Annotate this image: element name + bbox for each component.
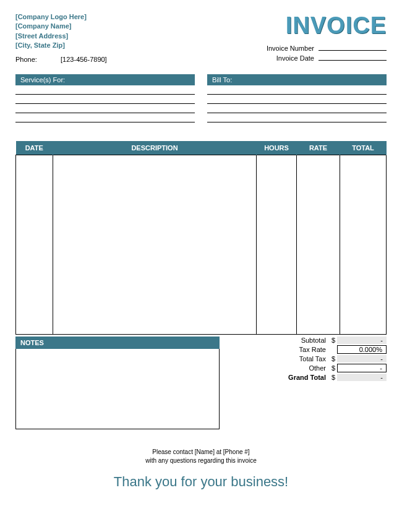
- cell-date[interactable]: [16, 155, 53, 334]
- other-value[interactable]: -: [337, 364, 387, 372]
- notes-header: NOTES: [15, 337, 220, 349]
- cell-hours[interactable]: [257, 155, 297, 334]
- currency-symbol: $: [330, 374, 337, 381]
- table-row[interactable]: [16, 155, 387, 334]
- company-street-placeholder: [Street Address]: [15, 32, 87, 41]
- services-line[interactable]: [15, 85, 195, 95]
- taxrate-value[interactable]: 0.000%: [337, 345, 387, 354]
- col-total-header: TOTAL: [340, 141, 387, 155]
- services-for-header: Service(s) For:: [15, 74, 195, 85]
- bill-to-block: Bill To:: [207, 74, 387, 122]
- notes-block: NOTES: [15, 337, 220, 429]
- company-logo-placeholder: [Company Logo Here]: [15, 12, 87, 22]
- currency-symbol: $: [330, 364, 337, 372]
- services-line[interactable]: [15, 113, 195, 122]
- other-label: Other: [232, 364, 330, 372]
- services-line[interactable]: [15, 104, 195, 113]
- totals-block: Subtotal $ - Tax Rate 0.000% Total Tax $…: [232, 337, 387, 429]
- subtotal-label: Subtotal: [232, 337, 330, 344]
- phone-value: [123-456-7890]: [61, 56, 107, 63]
- footer-contact: Please contact [Name] at [Phone #] with …: [15, 448, 387, 465]
- company-name-placeholder: [Company Name]: [15, 22, 87, 31]
- totaltax-value: -: [337, 355, 387, 363]
- totaltax-label: Total Tax: [232, 355, 330, 363]
- services-line[interactable]: [15, 95, 195, 104]
- company-info-block: [Company Logo Here] [Company Name] [Stre…: [15, 12, 87, 51]
- grandtotal-value: -: [337, 374, 387, 381]
- taxrate-label: Tax Rate: [232, 346, 330, 353]
- footer-line1: Please contact [Name] at [Phone #]: [15, 448, 387, 457]
- phone-label: Phone:: [15, 56, 59, 63]
- cell-total[interactable]: [340, 155, 387, 334]
- services-for-block: Service(s) For:: [15, 74, 195, 122]
- invoice-number-field[interactable]: [319, 50, 387, 51]
- billto-line[interactable]: [207, 85, 387, 95]
- billto-line[interactable]: [207, 113, 387, 122]
- invoice-date-label: Invoice Date: [276, 54, 314, 62]
- notes-body[interactable]: [15, 349, 220, 429]
- bill-to-header: Bill To:: [207, 74, 387, 85]
- grandtotal-label: Grand Total: [232, 374, 330, 381]
- billto-line[interactable]: [207, 95, 387, 104]
- col-hours-header: HOURS: [257, 141, 297, 155]
- company-citystate-placeholder: [City, State Zip]: [15, 41, 87, 50]
- col-rate-header: RATE: [297, 141, 340, 155]
- col-date-header: DATE: [16, 141, 53, 155]
- invoice-date-field[interactable]: [319, 60, 387, 61]
- invoice-number-label: Invoice Number: [267, 45, 314, 52]
- subtotal-value: -: [337, 337, 387, 344]
- line-items-table: DATE DESCRIPTION HOURS RATE TOTAL: [15, 141, 387, 335]
- cell-description[interactable]: [53, 155, 257, 334]
- currency-symbol: $: [330, 355, 337, 363]
- currency-symbol: $: [330, 337, 337, 344]
- footer-line2: with any questions regarding this invoic…: [15, 457, 387, 465]
- cell-rate[interactable]: [297, 155, 340, 334]
- billto-line[interactable]: [207, 104, 387, 113]
- col-description-header: DESCRIPTION: [53, 141, 257, 155]
- thank-you-message: Thank you for your business!: [15, 474, 387, 490]
